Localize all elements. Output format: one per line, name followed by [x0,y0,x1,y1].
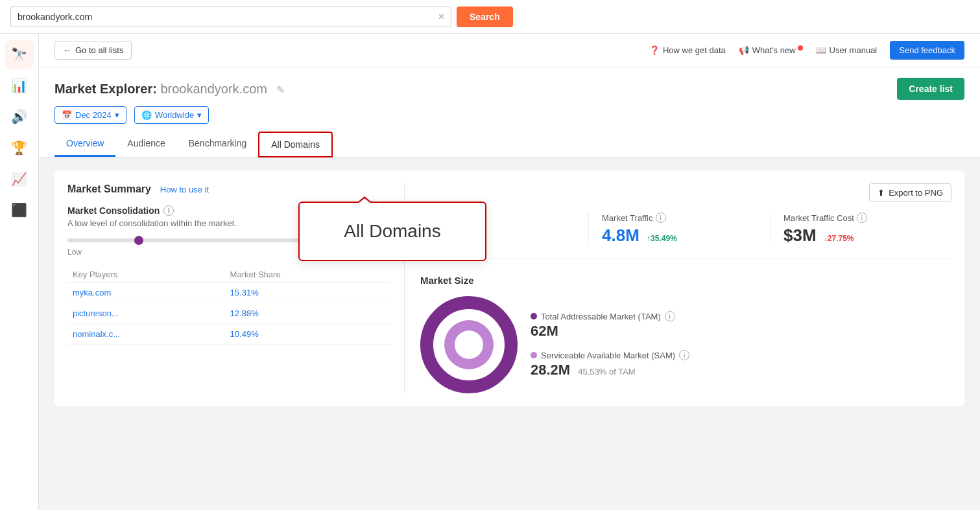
sam-info-icon[interactable]: i [679,350,689,360]
share-1: 15.31% [225,283,391,303]
whats-new-link[interactable]: 📢 What's new [739,45,803,55]
tab-overview[interactable]: Overview [54,132,115,157]
table-row: pictureson... 12.88% [67,303,391,324]
metric-traffic: Market Traffic i 4.8M ↑35.49% [602,213,771,246]
market-size-legend: Total Addressable Market (TAM) i 62M Ser… [531,311,689,378]
metrics-row: All Domains i 75/75 Market Traffic i [420,213,951,259]
chevron-down-icon: ▾ [115,110,119,120]
trophy-icon: 🏆 [11,140,27,156]
market-size-section: Market Size [420,275,951,393]
col-players-header: Key Players [67,267,225,283]
sam-value: 28.2M 45.53% of TAM [531,362,689,378]
back-label: Go to all lists [75,45,123,55]
page-title: Market Explorer: brookandyork.com ✎ [54,82,285,97]
slider-thumb [134,236,143,245]
app-layout: 🔭 📊 🔊 🏆 📈 ⬛ ← Go to all lists [0,34,980,510]
nav-left: ← Go to all lists [54,41,132,60]
square-icon: ⬛ [11,202,27,218]
metric-value-traffic: 4.8M ↑35.49% [602,226,757,246]
sidebar-item-telescope[interactable]: 🔭 [5,40,34,69]
question-icon: ❓ [649,45,660,55]
date-filter-button[interactable]: 📅 Dec 2024 ▾ [54,106,126,124]
traffic-trend: ↑35.49% [647,234,677,243]
tam-dot [531,313,537,319]
globe-icon: 🌐 [141,110,152,120]
popup-connector-inner [358,198,371,203]
all-domains-popup: All Domains [298,202,486,261]
cost-info-icon[interactable]: i [857,213,867,223]
market-size-content: Total Addressable Market (TAM) i 62M Ser… [420,296,951,393]
tam-info-icon[interactable]: i [665,311,675,321]
sam-dot [531,352,537,358]
metric-value-cost: $3M ↓27.75% [783,226,938,246]
sidebar-item-square[interactable]: ⬛ [5,196,34,224]
edit-icon[interactable]: ✎ [276,84,285,95]
sidebar-item-analytics[interactable]: 📊 [5,71,34,100]
market-summary-card: Market Summary How to use it Market Cons… [54,170,964,406]
consolidation-info-icon[interactable]: i [163,205,174,216]
content-area: Market Summary How to use it Market Cons… [39,157,980,419]
key-players-table: Key Players Market Share myka.com 15.31%… [67,267,391,345]
metric-traffic-cost: Market Traffic Cost i $3M ↓27.75% [783,213,951,246]
user-manual-link[interactable]: 📖 User manual [816,45,878,55]
card-title-row: Market Summary How to use it [67,183,391,195]
traffic-info-icon[interactable]: i [656,213,666,223]
search-input[interactable] [18,12,438,22]
trending-icon: 📈 [11,171,27,187]
megaphone-icon: 📢 [739,45,749,55]
tab-all-domains[interactable]: All Domains [258,132,333,157]
table-row: nominalx.c... 10.49% [67,324,391,345]
page-title-row: Market Explorer: brookandyork.com ✎ Crea… [54,78,964,100]
analytics-icon: 📊 [11,78,27,93]
search-input-wrap: × [10,6,451,27]
calendar-icon: 📅 [62,110,72,120]
chevron-down-icon-geo: ▾ [197,110,202,120]
back-arrow-icon: ← [63,45,71,55]
cost-trend: ↓27.75% [824,234,854,243]
nav-bar: ← Go to all lists ❓ How we get data 📢 Wh… [39,34,980,67]
metric-label-traffic: Market Traffic i [602,213,757,223]
telescope-icon: 🔭 [11,47,27,62]
donut-chart [420,296,518,393]
page-header: Market Explorer: brookandyork.com ✎ Crea… [39,67,980,157]
sidebar-item-trophy[interactable]: 🏆 [5,133,34,162]
export-button[interactable]: ⬆ Export to PNG [869,183,951,202]
svg-point-2 [455,330,483,359]
book-icon: 📖 [816,45,826,55]
all-domains-popup-label: All Domains [344,221,440,241]
send-feedback-button[interactable]: Send feedback [890,41,964,60]
player-3[interactable]: nominalx.c... [67,324,225,345]
tab-audience[interactable]: Audience [115,132,176,157]
audio-icon: 🔊 [11,109,27,124]
player-1[interactable]: myka.com [67,283,225,303]
create-list-button[interactable]: Create list [897,78,964,100]
filters-row: 📅 Dec 2024 ▾ 🌐 Worldwide ▾ [54,106,964,124]
table-row: myka.com 15.31% [67,283,391,303]
tam-value: 62M [531,323,689,340]
sidebar-item-trending[interactable]: 📈 [5,165,34,193]
search-button[interactable]: Search [457,6,513,27]
sam-legend-item: Serviceable Available Market (SAM) i 28.… [531,350,689,378]
share-3: 10.49% [225,324,391,345]
market-size-title: Market Size [420,275,951,286]
export-icon: ⬆ [878,188,885,198]
tab-benchmarking[interactable]: Benchmarking [177,132,259,157]
how-we-get-data-link[interactable]: ❓ How we get data [649,45,726,55]
nav-right: ❓ How we get data 📢 What's new 📖 User ma… [649,41,964,60]
clear-icon[interactable]: × [438,11,444,23]
geo-filter-button[interactable]: 🌐 Worldwide ▾ [134,106,209,124]
metric-label-cost: Market Traffic Cost i [783,213,938,223]
main-content: ← Go to all lists ❓ How we get data 📢 Wh… [39,34,980,510]
how-to-use-link[interactable]: How to use it [160,185,209,194]
player-2[interactable]: pictureson... [67,303,225,324]
back-button[interactable]: ← Go to all lists [54,41,132,60]
market-summary-title: Market Summary [67,183,151,194]
tabs-row: Overview Audience Benchmarking All Domai… [54,132,964,157]
right-panel: ⬆ Export to PNG All Domains i 7 [405,183,951,393]
col-share-header: Market Share [225,267,391,283]
share-2: 12.88% [225,303,391,324]
sidebar-item-audio[interactable]: 🔊 [5,102,34,131]
sidebar: 🔭 📊 🔊 🏆 📈 ⬛ [0,34,39,510]
tam-legend-item: Total Addressable Market (TAM) i 62M [531,311,689,340]
search-bar: × Search [0,0,980,34]
